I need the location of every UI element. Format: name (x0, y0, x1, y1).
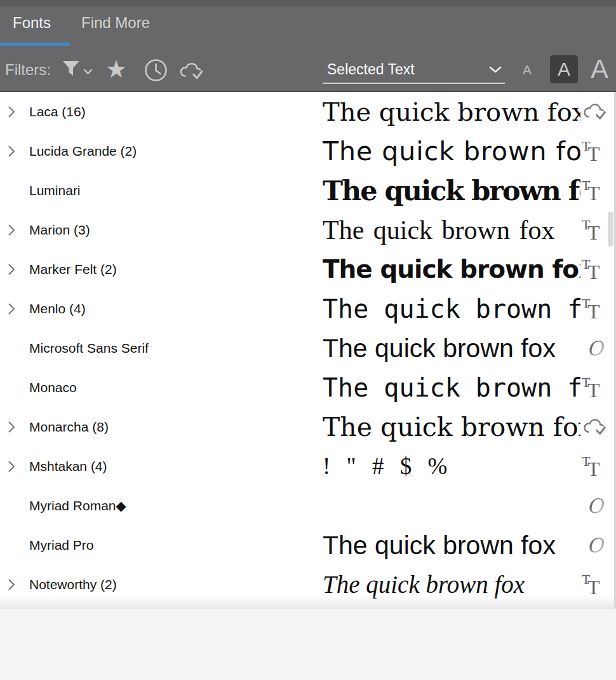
font-row[interactable]: Myriad Pro The quick brown fox O (0, 526, 616, 565)
panel-header: Fonts Find More Filters: ★ (0, 0, 616, 92)
font-row[interactable]: Monarcha (8) The quick brown fox (0, 407, 616, 447)
opentype-icon: O (582, 337, 608, 360)
font-name: Mshtakan (4) (29, 459, 107, 474)
truetype-icon: TT (582, 573, 603, 597)
preview-text-dropdown-value: Selected Text (327, 61, 415, 78)
font-row[interactable]: Lucida Grande (2) The quick brown fox TT (0, 132, 616, 171)
activate-cloud-icon[interactable] (582, 102, 608, 123)
expand-chevron-icon[interactable] (8, 421, 17, 433)
opentype-icon: O (582, 534, 608, 557)
font-preview: The quick brown fox (323, 329, 580, 368)
font-preview: The quick brown fox (323, 210, 580, 250)
font-name: Monarcha (8) (29, 419, 109, 435)
font-row[interactable]: Luminari The quick brown fox TT (0, 171, 616, 210)
recently-added-clock-icon[interactable] (144, 58, 168, 82)
font-preview (323, 486, 580, 526)
font-name: Myriad Roman◆ (29, 498, 126, 513)
filters-label: Filters: (5, 61, 51, 79)
expand-chevron-icon[interactable] (8, 461, 17, 472)
font-name: Noteworthy (2) (29, 577, 117, 592)
font-row[interactable]: Marion (3) The quick brown fox TT (0, 210, 616, 250)
expand-chevron-icon[interactable] (8, 146, 17, 157)
font-name: Laca (16) (29, 104, 86, 119)
font-preview: The quick brown fox (323, 132, 580, 171)
font-row[interactable]: Laca (16) The quick brown fox (0, 92, 616, 132)
opentype-icon: O (582, 494, 608, 517)
font-preview: The quick brown fox (323, 565, 580, 604)
active-tab-underline (0, 43, 70, 46)
activated-fonts-cloud-icon[interactable] (178, 60, 205, 82)
truetype-icon: TT (582, 376, 603, 400)
tab-fonts[interactable]: Fonts (13, 14, 51, 32)
font-preview: ! " # $ % (323, 447, 580, 486)
font-preview: The quick brown fox (323, 92, 580, 132)
font-preview: The quick brown fox (323, 526, 580, 565)
tab-find-more[interactable]: Find More (81, 14, 150, 32)
font-preview: The quick brown fox (323, 407, 580, 447)
expand-chevron-icon[interactable] (8, 579, 17, 590)
font-preview: The quick brown fox (323, 289, 580, 329)
font-row[interactable]: Mshtakan (4) ! " # $ % TT (0, 447, 616, 486)
font-list: Laca (16) The quick brown fox Lucida Gra… (0, 92, 616, 609)
font-preview: The quick brown fox (323, 171, 580, 210)
font-row[interactable]: Microsoft Sans Serif The quick brown fox… (0, 329, 616, 368)
preview-text-dropdown[interactable]: Selected Text (323, 56, 505, 84)
preview-size-small-button[interactable]: A (518, 56, 537, 84)
filter-funnel-icon[interactable] (62, 59, 93, 81)
font-row[interactable]: Noteworthy (2) The quick brown fox TT (0, 565, 616, 604)
truetype-icon: TT (582, 179, 603, 203)
scrollbar-thumb[interactable] (608, 212, 613, 247)
expand-chevron-icon[interactable] (8, 224, 17, 236)
truetype-icon: TT (582, 257, 603, 282)
activate-cloud-icon[interactable] (582, 417, 608, 438)
fonts-panel: Fonts Find More Filters: ★ (0, 0, 616, 680)
truetype-icon: TT (582, 297, 603, 321)
truetype-icon: TT (582, 218, 603, 242)
font-name: Menlo (4) (29, 301, 86, 316)
font-row[interactable]: Monaco The quick brown fox TT (0, 368, 616, 407)
font-preview: The quick brown fox (323, 368, 580, 407)
font-row[interactable]: Menlo (4) The quick brown fox TT (0, 289, 616, 329)
font-name: Microsoft Sans Serif (29, 341, 149, 356)
empty-area-below-panel (0, 609, 616, 680)
font-name: Marker Felt (2) (29, 262, 117, 277)
font-name: Luminari (29, 183, 81, 198)
preview-size-large-button[interactable]: A (585, 52, 614, 86)
chevron-down-icon (488, 65, 502, 74)
expand-chevron-icon[interactable] (8, 264, 17, 275)
font-row[interactable]: Marker Felt (2) The quick brown fox TT (0, 250, 616, 289)
font-preview: The quick brown fox (323, 250, 580, 289)
favorites-star-icon[interactable]: ★ (105, 57, 127, 81)
truetype-icon: TT (582, 139, 603, 163)
truetype-icon: TT (582, 454, 603, 479)
font-name: Lucida Grande (2) (29, 144, 137, 159)
expand-chevron-icon[interactable] (8, 106, 17, 118)
font-name: Monaco (29, 380, 77, 395)
font-name: Myriad Pro (29, 538, 94, 553)
preview-size-medium-button[interactable]: A (550, 55, 578, 83)
font-name: Marion (3) (29, 222, 90, 238)
expand-chevron-icon[interactable] (8, 303, 17, 315)
font-row[interactable]: Myriad Roman◆ O (0, 486, 616, 526)
